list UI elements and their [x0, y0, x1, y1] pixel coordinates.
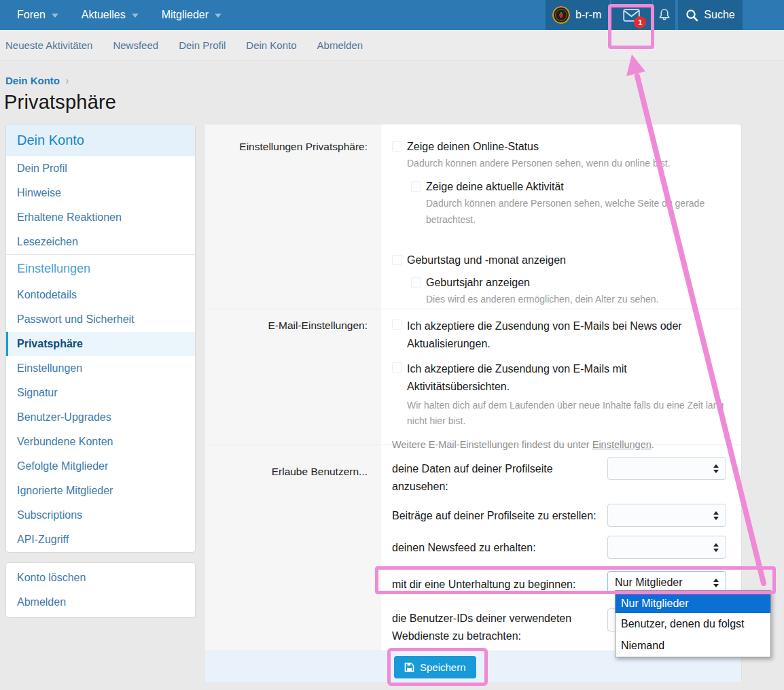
search-label: Suche — [704, 9, 734, 21]
option-online-status: Zeige deinen Online-Status Dadurch könne… — [392, 139, 726, 171]
sidebar-item-abmelden[interactable]: Abmelden — [6, 590, 195, 615]
save-button-label: Speichern — [420, 661, 466, 673]
subnav-item-abmelden[interactable]: Abmelden — [317, 39, 363, 51]
sidebar-item-kontodetails[interactable]: Kontodetails — [6, 283, 195, 307]
checkbox[interactable] — [411, 277, 421, 288]
nav-item-foren[interactable]: Foren — [17, 9, 58, 21]
checkbox-label[interactable]: Zeige deine aktuelle Aktivität — [426, 179, 726, 194]
nav-item-aktuelles[interactable]: Aktuelles — [82, 9, 139, 21]
sidebar-item-privatsphaere[interactable]: Privatsphäre — [6, 332, 195, 356]
email-options: Ich akzeptiere die Zusendung von E-Mails… — [381, 309, 741, 445]
top-navbar: Foren Aktuelles Mitglieder b-r-m — [0, 0, 784, 30]
sidebar-item-verbundene-konten[interactable]: Verbundene Konten — [6, 430, 195, 454]
subnav-item-neueste-aktivitaeten[interactable]: Neueste Aktivitäten — [5, 39, 92, 51]
chevron-down-icon — [52, 14, 58, 18]
row-label: Erlaube Benutzern... — [204, 445, 381, 651]
dropdown-option-nur-mitglieder[interactable]: Nur Mitglieder — [616, 595, 770, 613]
checkbox[interactable] — [392, 320, 402, 330]
sidebar-item-hinweise[interactable]: Hinweise — [6, 181, 195, 205]
select-newsfeed[interactable] — [607, 536, 726, 559]
checkbox[interactable] — [392, 255, 402, 265]
checkbox-label[interactable]: Ich akzeptiere die Zusendung von E-Mails… — [407, 317, 719, 353]
breadcrumb: Dein Konto› — [5, 75, 69, 87]
bell-icon — [657, 7, 672, 22]
nav-item-label: Mitglieder — [162, 9, 209, 21]
breadcrumb-link-dein-konto[interactable]: Dein Konto — [5, 75, 60, 86]
unterhaltung-dropdown-menu: Nur Mitglieder Benutzer, denen du folgst… — [615, 590, 771, 657]
option-hint: Dadurch können andere Personen sehen, we… — [407, 156, 726, 172]
user-cluster: b-r-m 1 — [546, 0, 675, 30]
nav-item-label: Aktuelles — [82, 9, 126, 21]
sidebar-item-lesezeichen[interactable]: Lesezeichen — [6, 230, 195, 254]
sidebar-item-erhaltene-reaktionen[interactable]: Erhaltene Reaktionen — [6, 205, 195, 230]
select-arrows-icon — [713, 511, 719, 520]
alerts-button[interactable] — [652, 0, 675, 30]
chevron-down-icon — [215, 14, 221, 18]
select-arrows-icon — [713, 464, 719, 473]
checkbox[interactable] — [392, 362, 402, 373]
option-email-aktivitaet: Ich akzeptiere die Zusendung von E-Mails… — [392, 360, 726, 430]
subnav-item-dein-profil[interactable]: Dein Profil — [179, 39, 226, 51]
sidebar-item-konto-loeschen[interactable]: Konto löschen — [6, 566, 195, 590]
sidebar-item-benutzer-upgrades[interactable]: Benutzer-Upgrades — [6, 405, 195, 430]
select-arrows-icon — [713, 579, 719, 587]
checkbox-label[interactable]: Geburtsjahr anzeigen — [426, 275, 726, 290]
row-label: E-Mail-Einstellungen: — [204, 309, 381, 445]
checkbox[interactable] — [392, 141, 402, 152]
option-hint: Dadurch können andere Personen sehen, we… — [426, 196, 725, 228]
account-menu-button[interactable]: b-r-m — [546, 0, 610, 30]
option-geburtsjahr: Geburtsjahr anzeigen Dies wird es andere… — [411, 275, 726, 307]
select-beitraege-erstellen[interactable] — [607, 504, 726, 527]
option-hint: Wir halten dich auf dem Laufenden über n… — [407, 398, 726, 430]
control-label: Beiträge auf deiner Profilseite zu erste… — [392, 504, 596, 525]
control-row-profil-ansehen: deine Daten auf deiner Profilseite anzus… — [392, 457, 726, 495]
sidebar-item-api-zugriff[interactable]: API-Zugriff — [6, 528, 195, 552]
control-label: die Benutzer-IDs deiner verwendeten Webd… — [392, 603, 596, 644]
control-row-beitraege-erstellen: Beiträge auf deiner Profilseite zu erste… — [392, 504, 726, 527]
privacy-options: Zeige deinen Online-Status Dadurch könne… — [381, 124, 741, 309]
sidebar-item-passwort-und-sicherheit[interactable]: Passwort und Sicherheit — [6, 307, 195, 332]
secondary-nav: Neueste Aktivitäten Newsfeed Dein Profil… — [0, 30, 784, 61]
option-email-news: Ich akzeptiere die Zusendung von E-Mails… — [392, 317, 726, 353]
checkbox-label[interactable]: Zeige deinen Online-Status — [407, 139, 726, 154]
select-arrows-icon — [713, 543, 719, 552]
account-actions-box: Konto löschen Abmelden — [5, 562, 196, 618]
search-icon — [685, 9, 698, 22]
page-title: Privatsphäre — [4, 91, 116, 114]
sidebar-section-einstellungen[interactable]: Einstellungen — [6, 254, 195, 283]
inbox-button[interactable]: 1 — [610, 0, 652, 30]
sidebar-item-ignorierte-mitglieder[interactable]: Ignorierte Mitglieder — [6, 479, 195, 503]
sidebar-item-signatur[interactable]: Signatur — [6, 381, 195, 405]
subnav-item-dein-konto[interactable]: Dein Konto — [246, 39, 296, 51]
email-settings-row: E-Mail-Einstellungen: Ich akzeptiere die… — [204, 309, 741, 445]
privacy-options-row: Einstellungen Privatsphäre: Zeige deinen… — [204, 124, 741, 309]
row-label: Einstellungen Privatsphäre: — [204, 124, 381, 309]
save-button[interactable]: Speichern — [394, 656, 476, 678]
checkbox-label[interactable]: Ich akzeptiere die Zusendung von E-Mails… — [407, 360, 692, 396]
select-profil-ansehen[interactable] — [607, 457, 726, 480]
sidebar-item-dein-profil[interactable]: Dein Profil — [6, 156, 195, 181]
control-label: deine Daten auf deiner Profilseite anzus… — [392, 457, 589, 495]
control-row-newsfeed: deinen Newsfeed zu erhalten: — [392, 536, 726, 559]
dropdown-option-niemand[interactable]: Niemand — [616, 635, 770, 657]
sidebar-item-einstellungen[interactable]: Einstellungen — [6, 356, 195, 381]
sidebar: Dein Konto Dein Profil Hinweise Erhalten… — [5, 124, 196, 627]
sidebar-header-dein-konto: Dein Konto — [6, 124, 195, 156]
control-label: mit dir eine Unterhaltung zu beginnen: — [392, 568, 575, 593]
control-label: deinen Newsfeed zu erhalten: — [392, 536, 536, 557]
avatar — [552, 6, 570, 24]
nav-item-label: Foren — [17, 9, 46, 21]
username: b-r-m — [575, 9, 601, 21]
nav-item-mitglieder[interactable]: Mitglieder — [162, 9, 221, 21]
option-geburtstag-monat: Geburtstag und -monat anzeigen — [392, 253, 726, 268]
option-hint: Dies wird es anderen ermöglichen, dein A… — [426, 292, 726, 308]
checkbox[interactable] — [411, 182, 421, 192]
dropdown-option-benutzer-denen-du-folgst[interactable]: Benutzer, denen du folgst — [616, 613, 770, 635]
checkbox-label[interactable]: Geburtstag und -monat anzeigen — [407, 253, 726, 268]
breadcrumb-chevron-icon: › — [65, 75, 69, 86]
unread-badge: 1 — [634, 16, 646, 29]
search-button[interactable]: Suche — [678, 0, 743, 30]
sidebar-item-gefolgte-mitglieder[interactable]: Gefolgte Mitglieder — [6, 454, 195, 479]
subnav-item-newsfeed[interactable]: Newsfeed — [113, 39, 158, 51]
sidebar-item-subscriptions[interactable]: Subscriptions — [6, 503, 195, 528]
